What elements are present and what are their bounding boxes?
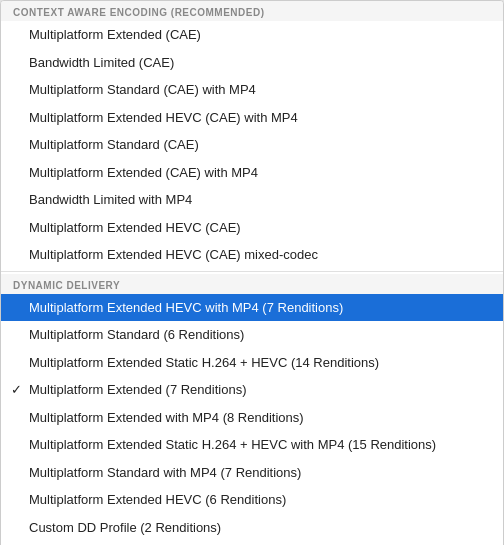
encoding-dropdown: CONTEXT AWARE ENCODING (RECOMMENDED)Mult… — [0, 0, 504, 545]
dropdown-item-1-0[interactable]: Multiplatform Extended HEVC with MP4 (7 … — [1, 294, 503, 322]
dropdown-item-0-2[interactable]: Multiplatform Standard (CAE) with MP4 — [1, 76, 503, 104]
section-label-0: CONTEXT AWARE ENCODING (RECOMMENDED) — [1, 1, 503, 21]
dropdown-item-1-4[interactable]: Multiplatform Extended with MP4 (8 Rendi… — [1, 404, 503, 432]
dropdown-item-1-8[interactable]: Custom DD Profile (2 Renditions) — [1, 514, 503, 542]
dropdown-item-0-8[interactable]: Multiplatform Extended HEVC (CAE) mixed-… — [1, 241, 503, 269]
section-label-1: DYNAMIC DELIVERY — [1, 274, 503, 294]
dropdown-item-0-3[interactable]: Multiplatform Extended HEVC (CAE) with M… — [1, 104, 503, 132]
dropdown-item-1-9[interactable]: multi-platform-extended-static-with-mp4-… — [1, 541, 503, 545]
dropdown-item-0-7[interactable]: Multiplatform Extended HEVC (CAE) — [1, 214, 503, 242]
dropdown-item-1-6[interactable]: Multiplatform Standard with MP4 (7 Rendi… — [1, 459, 503, 487]
dropdown-item-0-5[interactable]: Multiplatform Extended (CAE) with MP4 — [1, 159, 503, 187]
dropdown-item-0-4[interactable]: Multiplatform Standard (CAE) — [1, 131, 503, 159]
dropdown-item-1-7[interactable]: Multiplatform Extended HEVC (6 Rendition… — [1, 486, 503, 514]
dropdown-item-1-2[interactable]: Multiplatform Extended Static H.264 + HE… — [1, 349, 503, 377]
dropdown-item-1-5[interactable]: Multiplatform Extended Static H.264 + HE… — [1, 431, 503, 459]
dropdown-item-0-6[interactable]: Bandwidth Limited with MP4 — [1, 186, 503, 214]
dropdown-item-1-1[interactable]: Multiplatform Standard (6 Renditions) — [1, 321, 503, 349]
dropdown-item-0-1[interactable]: Bandwidth Limited (CAE) — [1, 49, 503, 77]
section-divider-0 — [1, 271, 503, 272]
dropdown-item-0-0[interactable]: Multiplatform Extended (CAE) — [1, 21, 503, 49]
dropdown-item-1-3[interactable]: Multiplatform Extended (7 Renditions) — [1, 376, 503, 404]
